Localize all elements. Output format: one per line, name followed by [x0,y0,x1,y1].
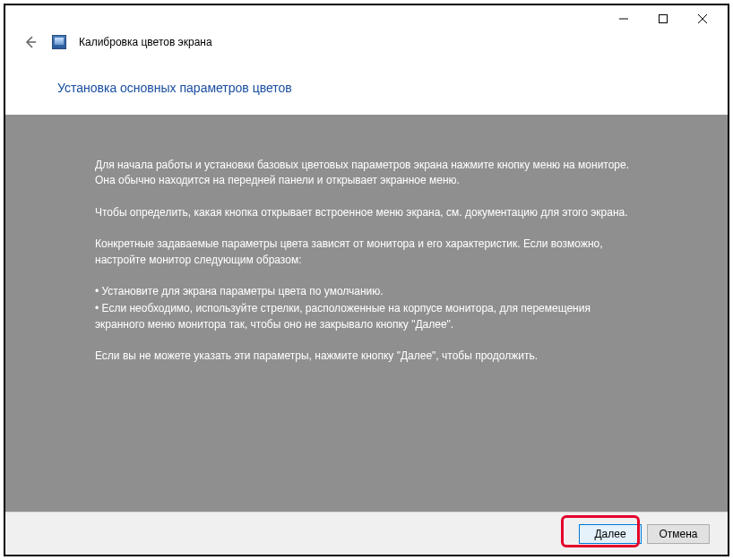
wizard-window: Калибровка цветов экрана Установка основ… [4,4,729,556]
cancel-button[interactable]: Отмена [647,524,710,544]
minimize-icon [619,14,628,23]
close-button[interactable] [683,6,722,31]
svg-rect-1 [660,15,668,23]
bullet-arrows: • Если необходимо, используйте стрелки, … [95,301,633,332]
window-title: Калибровка цветов экрана [79,36,212,48]
back-arrow-icon [23,35,38,49]
paragraph-setup: Конкретные задаваемые параметры цвета за… [95,237,633,268]
bullet-default: • Установите для экрана параметры цвета … [95,284,633,299]
next-button[interactable]: Далее [579,524,642,544]
paragraph-docs: Чтобы определить, какая кнопка открывает… [95,205,633,220]
page-heading: Установка основных параметров цветов [5,57,728,115]
header: Калибровка цветов экрана [5,32,728,57]
maximize-button[interactable] [643,6,683,31]
titlebar [5,5,728,32]
back-button[interactable] [22,33,39,51]
footer: Далее Отмена [5,512,728,555]
maximize-icon [659,14,668,23]
app-icon [52,35,66,49]
paragraph-intro: Для начала работы и установки базовых цв… [95,158,633,189]
close-icon [698,14,707,23]
content-area: Для начала работы и установки базовых цв… [5,115,728,512]
paragraph-continue: Если вы не можете указать эти параметры,… [95,349,633,364]
minimize-button[interactable] [604,6,643,31]
